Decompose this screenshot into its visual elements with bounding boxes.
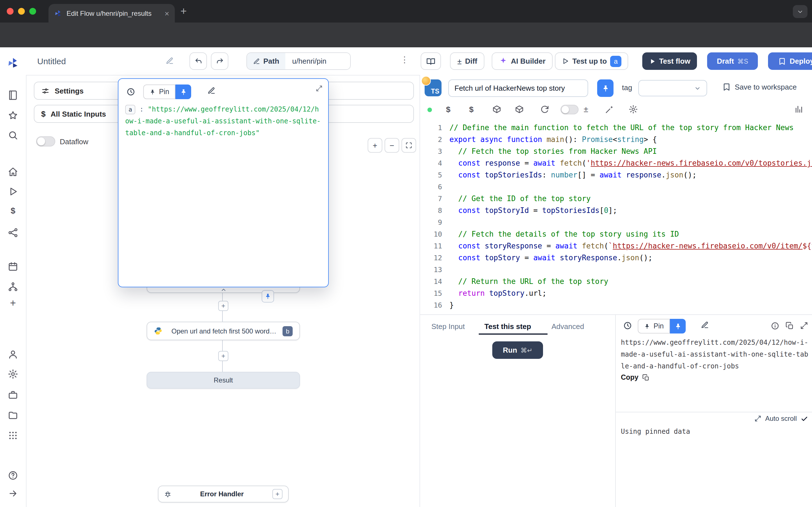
copy-button[interactable]: Copy <box>621 374 650 381</box>
result-text[interactable]: https://www.geoffreylitt.com/2025/04/12/… <box>621 337 811 372</box>
deploy-label: Deploy <box>790 57 812 65</box>
package-box-icon[interactable] <box>492 105 501 114</box>
draft-button[interactable]: Draft ⌘S <box>707 52 758 70</box>
run-shortcut: ⌘↵ <box>520 346 532 354</box>
runs-play-icon[interactable] <box>8 186 18 196</box>
window-minimize-button[interactable] <box>18 8 25 15</box>
schedules-calendar-icon[interactable] <box>8 262 18 272</box>
diff-button[interactable]: ±Diff <box>450 52 485 70</box>
edit-pencil-icon[interactable] <box>207 87 215 95</box>
auto-scroll-control[interactable]: Auto scroll <box>755 414 808 422</box>
test-flow-label: Test flow <box>659 57 691 65</box>
dollar-icon[interactable]: $ <box>469 105 474 114</box>
flow-name[interactable]: Untitled <box>37 56 66 66</box>
rename-pencil-icon[interactable] <box>166 57 174 65</box>
more-options-kebab-icon[interactable]: ⋮ <box>400 55 409 65</box>
tab-search-button[interactable] <box>793 5 808 18</box>
tab-advanced[interactable]: Advanced <box>552 322 584 331</box>
expand-icon[interactable] <box>755 415 761 422</box>
edit-pencil-icon[interactable] <box>701 321 709 329</box>
editor-settings-gear-icon[interactable] <box>629 105 638 114</box>
test-flow-button[interactable]: Test flow <box>642 52 697 70</box>
notebook-icon[interactable] <box>8 90 18 100</box>
result-node[interactable]: Result <box>147 372 300 389</box>
code-line: 16} <box>421 299 812 311</box>
pin-active-button[interactable] <box>175 84 191 99</box>
expand-icon[interactable] <box>800 322 808 330</box>
dollar-icon: $ <box>41 109 46 118</box>
info-icon[interactable] <box>771 322 779 330</box>
code-editor[interactable]: 1// Define the main function to fetch th… <box>421 122 812 314</box>
browser-tab[interactable]: Edit Flow u/henri/pin_results × <box>49 4 175 22</box>
clipboard-icon[interactable] <box>785 322 794 330</box>
insert-step-button[interactable]: + <box>218 301 229 311</box>
step-summary-input[interactable]: Fetch url of HackerNews top story <box>448 79 588 97</box>
pin-active-button[interactable] <box>670 319 686 334</box>
pin-button[interactable]: Pin <box>638 319 670 334</box>
flow-node-b[interactable]: Open url and fetch first 500 words of ..… <box>147 322 300 340</box>
tab-test-this-step[interactable]: Test this step <box>485 322 531 331</box>
tag-select[interactable] <box>638 80 707 96</box>
zoom-in-button[interactable]: + <box>368 138 382 153</box>
docs-book-button[interactable] <box>421 52 441 70</box>
error-handler-node[interactable]: Error Handler + <box>158 486 289 503</box>
home-icon[interactable] <box>8 167 18 177</box>
save-to-workspace-button[interactable]: Save to workspace <box>722 83 797 91</box>
code-line: 13 <box>421 264 812 276</box>
history-icon[interactable] <box>623 321 632 330</box>
windmill-logo[interactable] <box>7 57 19 69</box>
code-line: 4 const response = await fetch('https://… <box>421 157 812 169</box>
run-button[interactable]: Run ⌘↵ <box>492 341 543 359</box>
step-pin-button[interactable] <box>597 79 613 97</box>
library-bars-icon[interactable] <box>795 105 804 114</box>
window-close-button[interactable] <box>7 8 13 15</box>
redo-button[interactable] <box>211 52 229 70</box>
window-zoom-button[interactable] <box>29 8 36 15</box>
path-value-segment[interactable]: u/henri/pin <box>285 53 350 69</box>
add-error-handler-button[interactable]: + <box>272 489 283 499</box>
package-box-icon[interactable] <box>515 105 524 114</box>
undo-button[interactable] <box>190 52 207 70</box>
path-control[interactable]: Path u/henri/pin <box>246 52 351 70</box>
insert-step-button[interactable]: + <box>218 351 229 361</box>
apps-grid-icon[interactable] <box>8 431 18 441</box>
user-icon[interactable] <box>8 349 18 359</box>
variables-dollar-icon[interactable]: $ <box>8 206 18 215</box>
create-plus-icon[interactable]: + <box>8 297 18 309</box>
play-filled-icon <box>649 58 656 64</box>
fit-view-button[interactable] <box>402 138 416 153</box>
star-icon[interactable] <box>8 110 18 121</box>
code-line: 11 const storyResponse = await fetch(`ht… <box>421 240 812 252</box>
flow-edge <box>222 360 223 372</box>
resources-hub-icon[interactable] <box>8 228 18 238</box>
collapse-arrow-right-icon[interactable] <box>8 489 18 499</box>
ai-builder-button[interactable]: AI Builder <box>492 52 553 70</box>
help-icon[interactable] <box>8 470 18 481</box>
folder-icon[interactable] <box>8 410 18 420</box>
collapse-chevron-up-icon[interactable] <box>220 287 227 293</box>
deploy-button[interactable]: Deploy <box>768 52 812 70</box>
pin-button[interactable]: Pin <box>143 84 175 99</box>
pinned-value[interactable]: a : "https://www.geoffreylitt.com/2025/0… <box>125 104 322 139</box>
zoom-out-button[interactable]: − <box>385 138 399 153</box>
workspace-briefcase-icon[interactable] <box>8 390 18 400</box>
test-up-to-button[interactable]: Test up to a <box>555 52 628 70</box>
tab-step-input[interactable]: Step Input <box>432 322 465 331</box>
diff-plus-minus-icon[interactable]: ± <box>583 104 588 114</box>
dataflow-toggle[interactable] <box>36 136 55 147</box>
code-line: 6 <box>421 181 812 193</box>
reset-refresh-icon[interactable] <box>540 105 549 114</box>
dollar-icon[interactable]: $ <box>446 105 451 114</box>
node-a-pin-badge[interactable] <box>262 290 274 302</box>
gear-icon[interactable] <box>8 369 18 379</box>
flows-branch-icon[interactable] <box>8 282 18 292</box>
path-label-segment[interactable]: Path <box>247 53 285 69</box>
search-icon[interactable] <box>8 130 18 140</box>
expand-icon[interactable] <box>316 85 322 92</box>
code-line: 9 <box>421 216 812 228</box>
new-tab-button[interactable]: + <box>181 6 187 16</box>
history-icon[interactable] <box>126 87 135 96</box>
tab-close-icon[interactable]: × <box>165 9 169 17</box>
ai-wand-icon[interactable] <box>605 105 614 114</box>
toolbar-toggle[interactable] <box>560 105 578 114</box>
